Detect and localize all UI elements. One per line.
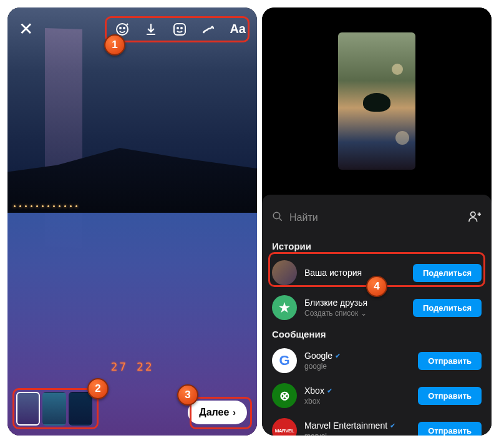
send-button-xbox[interactable]: Отправить <box>418 387 482 405</box>
thumbnail-3[interactable] <box>69 392 92 426</box>
thumbnail-1[interactable] <box>16 392 40 426</box>
close-friends-avatar: ★ <box>272 295 297 320</box>
sticker-icon[interactable] <box>172 22 187 37</box>
verified-icon: ✔ <box>327 387 332 395</box>
svg-point-6 <box>273 212 280 219</box>
chevron-down-icon: ⌄ <box>361 309 367 318</box>
your-story-label: Ваша история <box>304 268 405 278</box>
thumbnail-2[interactable] <box>42 392 66 426</box>
annotation-marker-3: 3 <box>177 384 198 406</box>
contact-name: Xbox <box>304 386 324 396</box>
contact-row-google[interactable]: G Google✔ google Отправить <box>272 343 482 378</box>
messages-section-header: Сообщения <box>272 329 482 339</box>
svg-point-5 <box>181 27 182 29</box>
search-icon <box>272 211 283 225</box>
contact-handle: google <box>304 362 410 371</box>
send-button-google[interactable]: Отправить <box>418 352 482 370</box>
contact-row-marvel[interactable]: MARVEL Marvel Entertainment✔ marvel Отпр… <box>272 413 482 436</box>
svg-rect-3 <box>174 24 185 35</box>
annotation-marker-1: 1 <box>104 34 125 56</box>
xbox-avatar: ⊗ <box>272 383 297 408</box>
story-editor-screen: 27 22 ✕ Aa <box>7 7 257 436</box>
add-people-icon[interactable] <box>468 210 482 226</box>
google-avatar: G <box>272 348 297 373</box>
stories-section-header: Истории <box>272 241 482 251</box>
search-input[interactable]: Найти <box>289 212 462 223</box>
story-preview-image[interactable] <box>338 32 415 170</box>
close-friends-label: Близкие друзья <box>304 298 405 308</box>
photo-date-stamp: 27 22 <box>110 360 153 373</box>
media-thumbnails <box>16 392 92 426</box>
annotation-marker-4: 4 <box>366 276 387 297</box>
contact-row-xbox[interactable]: ⊗ Xbox✔ xbox Отправить <box>272 378 482 413</box>
download-icon[interactable] <box>143 22 158 37</box>
svg-point-0 <box>117 24 128 35</box>
chevron-right-icon: › <box>233 407 236 417</box>
close-icon[interactable]: ✕ <box>19 19 33 39</box>
share-sheet: Найти Истории Ваша история Поделиться ★ … <box>262 195 492 436</box>
annotation-marker-2: 2 <box>87 378 109 399</box>
verified-icon: ✔ <box>390 422 395 430</box>
next-button-label: Далее <box>199 407 229 418</box>
editor-toolbar: Aa <box>115 22 246 37</box>
next-button[interactable]: Далее › <box>188 401 247 424</box>
contact-handle: marvel <box>304 432 410 436</box>
send-button-marvel[interactable]: Отправить <box>418 422 482 436</box>
svg-point-2 <box>124 27 125 29</box>
share-sheet-screen: Найти Истории Ваша история Поделиться ★ … <box>262 7 492 436</box>
svg-point-1 <box>120 27 121 29</box>
marvel-avatar: MARVEL <box>272 418 297 436</box>
contact-name: Marvel Entertainment <box>304 421 387 431</box>
story-preview-area <box>262 7 492 195</box>
close-friends-share-button[interactable]: Поделиться <box>413 299 482 317</box>
your-story-avatar <box>272 260 297 285</box>
contact-name: Google <box>304 351 332 361</box>
svg-point-4 <box>177 27 178 29</box>
text-tool-icon[interactable]: Aa <box>230 22 246 36</box>
svg-point-7 <box>471 212 475 217</box>
contact-handle: xbox <box>304 397 410 406</box>
your-story-share-button[interactable]: Поделиться <box>413 264 482 282</box>
close-friends-sub: Создать список <box>304 309 358 318</box>
verified-icon: ✔ <box>335 352 341 360</box>
draw-icon[interactable] <box>201 22 216 37</box>
